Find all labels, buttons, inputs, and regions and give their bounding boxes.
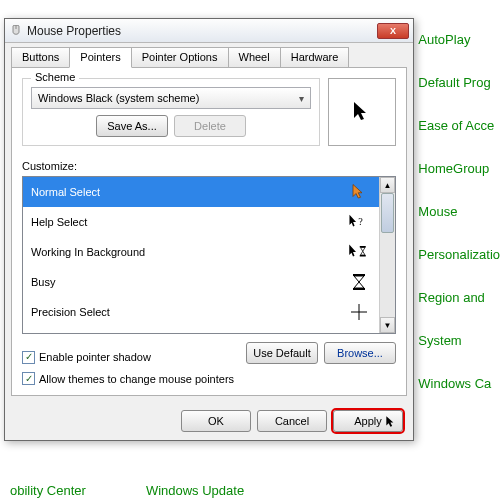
list-item[interactable]: Busy xyxy=(23,267,379,297)
bg-link[interactable]: AutoPlay xyxy=(418,32,500,47)
bg-link[interactable]: Ease of Acce xyxy=(418,118,500,133)
list-item[interactable]: Precision Select xyxy=(23,297,379,327)
scroll-down-button[interactable]: ▼ xyxy=(380,317,395,333)
cursor-preview xyxy=(328,78,396,146)
tab-hardware[interactable]: Hardware xyxy=(280,47,350,67)
checkbox-icon: ✓ xyxy=(22,351,35,364)
browse-button[interactable]: Browse... xyxy=(324,342,396,364)
bg-link[interactable]: Mouse xyxy=(418,204,500,219)
list-item[interactable]: Normal Select xyxy=(23,177,379,207)
scheme-fieldset: Scheme Windows Black (system scheme) Sav… xyxy=(22,78,320,146)
titlebar[interactable]: Mouse Properties X xyxy=(5,19,413,43)
svg-rect-5 xyxy=(353,288,365,290)
scheme-select[interactable]: Windows Black (system scheme) xyxy=(31,87,311,109)
list-item-label: Help Select xyxy=(31,216,87,228)
mouse-icon xyxy=(9,24,23,38)
mouse-properties-dialog: Mouse Properties X Buttons Pointers Poin… xyxy=(4,18,414,441)
bg-link[interactable]: obility Center xyxy=(10,483,86,498)
ok-button[interactable]: OK xyxy=(181,410,251,432)
cross-icon xyxy=(347,304,371,320)
tab-pointers[interactable]: Pointers xyxy=(69,47,131,68)
list-item-label: Busy xyxy=(31,276,55,288)
help-cursor-icon: ? xyxy=(347,213,371,231)
bg-link[interactable]: Windows Update xyxy=(146,483,244,498)
cursor-overlay-icon xyxy=(384,415,398,429)
svg-rect-3 xyxy=(360,255,366,257)
tab-pointer-options[interactable]: Pointer Options xyxy=(131,47,229,67)
cursor-listbox[interactable]: Normal Select Help Select ? Working In B… xyxy=(22,176,396,334)
checkbox-label: Enable pointer shadow xyxy=(39,351,151,363)
scheme-selected-value: Windows Black (system scheme) xyxy=(38,92,199,104)
tab-wheel[interactable]: Wheel xyxy=(228,47,281,67)
tab-panel-pointers: Scheme Windows Black (system scheme) Sav… xyxy=(11,67,407,396)
checkbox-icon: ✓ xyxy=(22,372,35,385)
enable-shadow-checkbox[interactable]: ✓ Enable pointer shadow xyxy=(22,351,151,364)
dialog-title: Mouse Properties xyxy=(27,24,377,38)
delete-button: Delete xyxy=(174,115,246,137)
tab-buttons[interactable]: Buttons xyxy=(11,47,70,67)
bg-link[interactable]: Region and xyxy=(418,290,500,305)
customize-label: Customize: xyxy=(22,160,396,172)
use-default-button[interactable]: Use Default xyxy=(246,342,318,364)
close-button[interactable]: X xyxy=(377,23,409,39)
list-item[interactable]: Help Select ? xyxy=(23,207,379,237)
save-as-button[interactable]: Save As... xyxy=(96,115,168,137)
arrow-busy-icon xyxy=(347,243,371,261)
arrow-orange-icon xyxy=(347,183,371,201)
apply-label: Apply xyxy=(354,415,382,427)
apply-button[interactable]: Apply xyxy=(333,410,403,432)
control-panel-bottom-links: obility Center Windows Update xyxy=(0,483,244,498)
close-icon: X xyxy=(390,26,396,36)
list-item[interactable]: Working In Background xyxy=(23,237,379,267)
checkbox-label: Allow themes to change mouse pointers xyxy=(39,373,234,385)
scrollbar[interactable]: ▲ ▼ xyxy=(379,177,395,333)
bg-link[interactable]: Windows Ca xyxy=(418,376,500,391)
dialog-buttons: OK Cancel Apply xyxy=(5,402,413,440)
list-item-label: Precision Select xyxy=(31,306,110,318)
list-item-label: Normal Select xyxy=(31,186,100,198)
bg-link[interactable]: System xyxy=(418,333,500,348)
cancel-button[interactable]: Cancel xyxy=(257,410,327,432)
bg-link[interactable]: HomeGroup xyxy=(418,161,500,176)
svg-text:?: ? xyxy=(358,215,363,226)
list-item-label: Working In Background xyxy=(31,246,145,258)
bg-link[interactable]: Personalizatio xyxy=(418,247,500,262)
tabstrip: Buttons Pointers Pointer Options Wheel H… xyxy=(5,43,413,67)
control-panel-links: AutoPlay Default Prog Ease of Acce HomeG… xyxy=(418,0,500,391)
bg-link[interactable]: Default Prog xyxy=(418,75,500,90)
allow-themes-checkbox[interactable]: ✓ Allow themes to change mouse pointers xyxy=(22,372,396,385)
scheme-legend: Scheme xyxy=(31,71,79,83)
scroll-thumb[interactable] xyxy=(381,193,394,233)
hourglass-icon xyxy=(347,273,371,291)
arrow-cursor-icon xyxy=(350,100,374,124)
scroll-track[interactable] xyxy=(380,193,395,317)
scroll-up-button[interactable]: ▲ xyxy=(380,177,395,193)
